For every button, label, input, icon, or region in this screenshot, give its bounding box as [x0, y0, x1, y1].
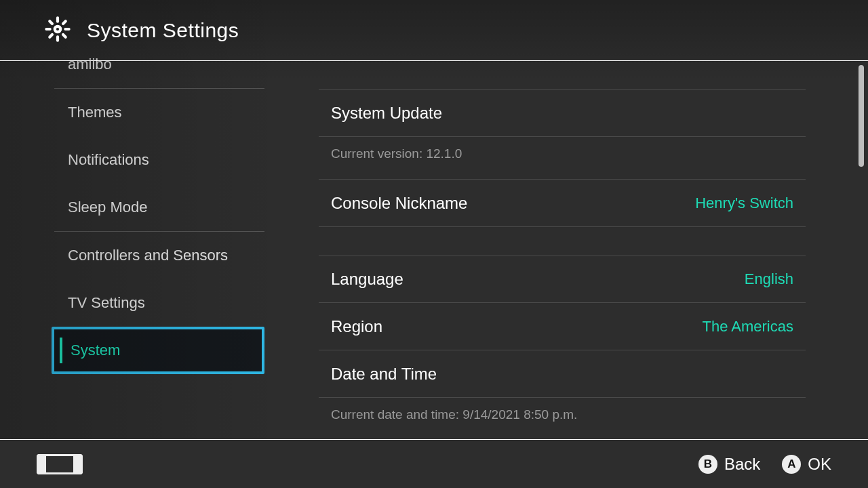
- date-time-subtext: Current date and time: 9/14/2021 8:50 p.…: [319, 398, 806, 439]
- settings-sidebar: amiibo Themes Notifications Sleep Mode C…: [0, 41, 278, 441]
- row-language[interactable]: Language English: [319, 256, 806, 303]
- settings-detail-panel: System Update Current version: 12.1.0 Co…: [319, 61, 806, 439]
- ok-label: OK: [808, 455, 831, 474]
- svg-point-0: [55, 26, 60, 31]
- sidebar-item-sleep-mode[interactable]: Sleep Mode: [54, 184, 278, 231]
- row-value: The Americas: [703, 318, 794, 336]
- scrollbar[interactable]: [859, 65, 864, 435]
- sidebar-item-label: TV Settings: [68, 294, 145, 312]
- back-button[interactable]: B Back: [698, 455, 760, 474]
- row-value: English: [745, 270, 793, 288]
- sidebar-item-controllers-and-sensors[interactable]: Controllers and Sensors: [54, 232, 278, 279]
- b-button-icon: B: [698, 455, 717, 474]
- sidebar-item-label: Themes: [68, 104, 121, 121]
- row-date-and-time[interactable]: Date and Time: [319, 350, 806, 398]
- footer: B Back A OK: [0, 439, 868, 488]
- row-label: System Update: [331, 104, 442, 123]
- row-region[interactable]: Region The Americas: [319, 303, 806, 350]
- controller-icon[interactable]: [37, 454, 83, 474]
- row-label: Language: [331, 270, 403, 289]
- row-label: Region: [331, 317, 382, 336]
- row-value: Henry's Switch: [695, 195, 793, 212]
- sidebar-item-label: System: [71, 342, 120, 359]
- sidebar-item-themes[interactable]: Themes: [54, 89, 278, 136]
- sidebar-item-system[interactable]: System: [52, 327, 264, 374]
- sidebar-item-label: Notifications: [68, 151, 149, 169]
- system-update-subtext: Current version: 12.1.0: [319, 137, 806, 180]
- row-label: Console Nickname: [331, 194, 467, 213]
- row-label: Date and Time: [331, 365, 437, 384]
- row-system-update[interactable]: System Update: [319, 89, 806, 137]
- back-label: Back: [724, 455, 760, 474]
- a-button-icon: A: [782, 455, 801, 474]
- ok-button[interactable]: A OK: [782, 455, 831, 474]
- sidebar-item-notifications[interactable]: Notifications: [54, 136, 278, 184]
- sidebar-item-label: Controllers and Sensors: [68, 247, 228, 264]
- header: System Settings: [0, 0, 868, 61]
- scrollbar-thumb[interactable]: [859, 65, 864, 167]
- page-title: System Settings: [87, 19, 239, 42]
- sidebar-item-tv-settings[interactable]: TV Settings: [54, 279, 278, 327]
- gear-icon: [43, 15, 87, 46]
- row-console-nickname[interactable]: Console Nickname Henry's Switch: [319, 180, 806, 227]
- sidebar-item-label: Sleep Mode: [68, 199, 147, 216]
